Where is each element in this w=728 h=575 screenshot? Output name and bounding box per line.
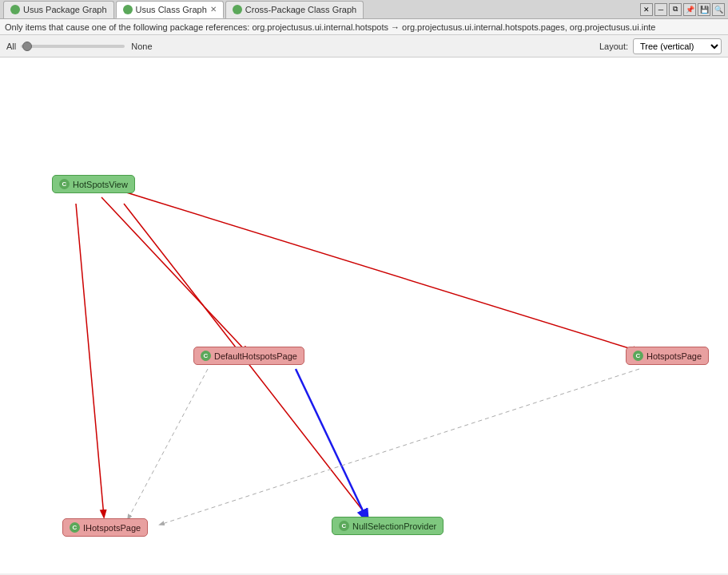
node-label-nullselectionprovider: NullSelectionProvider — [352, 521, 436, 531]
tab-label-class: Usus Class Graph — [136, 5, 207, 14]
node-icon-ihotspotspage: C — [70, 522, 80, 533]
restore-icon[interactable]: ⧉ — [669, 3, 682, 16]
tab-bar: Usus Package Graph Usus Class Graph ✕ Cr… — [0, 0, 728, 19]
zoom-slider-track[interactable] — [21, 45, 125, 48]
node-defaulthotspotspage[interactable]: C DefaultHotspotsPage — [193, 347, 304, 365]
layout-select[interactable]: Tree (vertical) Tree (horizontal) Spring — [633, 38, 722, 54]
node-hotspotspage[interactable]: C HotspotsPage — [626, 347, 709, 365]
tab-usus-package[interactable]: Usus Package Graph — [3, 1, 114, 18]
svg-line-6 — [160, 369, 639, 525]
all-label: All — [6, 42, 16, 51]
tab-icon-package — [10, 5, 20, 14]
node-label-hotspotspage: HotspotsPage — [646, 351, 702, 361]
tab-label-package: Usus Package Graph — [23, 5, 107, 14]
save-icon[interactable]: 💾 — [698, 3, 710, 16]
graph-area: C HotSpotsView C DefaultHotspotsPage C H… — [0, 58, 728, 573]
minimize-icon[interactable]: ─ — [654, 3, 667, 16]
node-icon-hotspotspage: C — [633, 351, 643, 361]
node-nullselectionprovider[interactable]: C NullSelectionProvider — [332, 517, 444, 535]
window-controls: ✕ ─ ⧉ 📌 💾 🔍 — [640, 3, 725, 16]
node-icon-defaulthotspotspage: C — [201, 351, 211, 361]
pin-icon[interactable]: 📌 — [683, 3, 696, 16]
node-hotspotsview[interactable]: C HotSpotsView — [52, 175, 135, 193]
search-icon[interactable]: 🔍 — [712, 3, 725, 16]
layout-label: Layout: — [599, 42, 628, 51]
svg-line-4 — [296, 369, 368, 521]
tab-cross-package[interactable]: Cross-Package Class Graph — [225, 1, 364, 18]
tab-icon-class — [123, 5, 133, 14]
graph-svg — [0, 58, 728, 573]
tab-icon-cross — [233, 5, 242, 14]
svg-line-2 — [76, 204, 104, 517]
close-icon[interactable]: ✕ — [640, 3, 653, 16]
toolbar: All None Layout: Tree (vertical) Tree (h… — [0, 35, 728, 58]
tab-close-class[interactable]: ✕ — [210, 5, 217, 14]
none-label: None — [131, 42, 152, 51]
zoom-slider-thumb[interactable] — [22, 42, 32, 51]
svg-line-5 — [128, 369, 208, 519]
svg-line-1 — [124, 192, 639, 351]
tab-usus-class[interactable]: Usus Class Graph ✕ — [116, 1, 224, 18]
node-label-defaulthotspotspage: DefaultHotspotsPage — [214, 351, 297, 361]
node-icon-nullselectionprovider: C — [339, 521, 349, 531]
node-icon-hotspotsview: C — [59, 179, 70, 189]
node-ihotspotspage[interactable]: C IHotspotsPage — [62, 518, 148, 537]
node-label-ihotspotspage: IHotspotsPage — [83, 523, 141, 533]
node-label-hotspotsview: HotSpotsView — [73, 180, 128, 189]
svg-line-0 — [101, 197, 248, 353]
filter-text: Only items that cause one of the followi… — [5, 22, 655, 32]
tab-label-cross: Cross-Package Class Graph — [245, 5, 356, 14]
filter-bar: Only items that cause one of the followi… — [0, 19, 728, 35]
